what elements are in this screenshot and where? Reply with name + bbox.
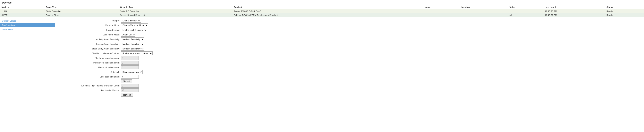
bootloader-label: Bootloader Version:	[58, 89, 121, 91]
electronic-transition-row: Electronic transition count:	[58, 56, 640, 60]
forced-entry-row: Forced Entry Alarm Sensitivity: Medium S…	[58, 47, 640, 51]
user-code-pin-input[interactable]	[121, 75, 139, 79]
vacation-mode-label: Vacation Mode:	[58, 24, 121, 26]
electrical-high-input	[121, 84, 139, 88]
electrical-high-label: Electrical High Preload Transition Count…	[58, 84, 121, 87]
table-row[interactable]: 1 *LBStatic ControllerStatic PC Controll…	[0, 9, 644, 13]
main-layout: Current ValuesConfigurationInformation B…	[0, 18, 644, 98]
cell-basic-type: Routing Slave	[44, 13, 118, 17]
cell-status: Ready	[605, 13, 644, 17]
col-last-heard: Last Heard	[543, 5, 605, 9]
cell-name	[423, 13, 459, 17]
sidebar-item-configuration[interactable]: Configuration	[0, 23, 55, 27]
lock-leave-label: Lock & Leave:	[58, 29, 121, 31]
col-name: Name	[423, 5, 459, 9]
forced-entry-label: Forced Entry Alarm Sensitivity:	[58, 48, 121, 50]
electronic-failed-row: Electronic failed count:	[58, 66, 640, 69]
lock-alarm-label: Lock Alarm Mode:	[58, 33, 121, 36]
table-header-row: Node Id Basic Type Generic Type Product …	[0, 5, 644, 9]
user-code-pin-row: User code pin length:	[58, 75, 640, 79]
cell-last-heard: 11:45:28 PM	[543, 9, 605, 13]
col-product: Product	[232, 5, 423, 9]
cell-generic-type: Static PC Controller	[118, 9, 232, 13]
col-value: Value	[508, 5, 543, 9]
beeper-select[interactable]: Enable BeeperDisable Beeper	[121, 19, 141, 23]
content-area: Beeper: Enable BeeperDisable Beeper Vaca…	[55, 18, 644, 98]
mechanical-transition-label: Mechanical transition count:	[58, 62, 121, 64]
vacation-mode-row: Vacation Mode: Disable Vacation ModeEnab…	[58, 23, 640, 27]
cell-location	[459, 9, 508, 13]
cell-basic-type: Static Controller	[44, 9, 118, 13]
electronic-failed-label: Electronic failed count:	[58, 66, 121, 68]
disable-local-select[interactable]: Enable local alarm controlsDisable local…	[121, 51, 152, 55]
electronic-failed-input	[121, 66, 139, 69]
sidebar: Current ValuesConfigurationInformation	[0, 18, 55, 98]
mechanical-transition-row: Mechanical transition count:	[58, 61, 640, 65]
beeper-row: Beeper: Enable BeeperDisable Beeper	[58, 19, 640, 23]
lock-leave-select[interactable]: Enable Lock & LeaveDisable Lock & Leave	[121, 28, 147, 32]
cell-product: Aeotec ZW090 Z-Stick Gen5	[232, 9, 423, 13]
cell-value: off	[508, 13, 543, 17]
col-location: Location	[459, 5, 508, 9]
lock-alarm-select[interactable]: Alarm OffAlarm On	[121, 33, 136, 37]
cell-node-id: 6 FBR	[0, 13, 44, 17]
mechanical-transition-input	[121, 61, 139, 65]
lock-alarm-row: Lock Alarm Mode: Alarm OffAlarm On	[58, 33, 640, 37]
submit-button[interactable]: Submit	[121, 79, 132, 83]
tamper-alarm-row: Tamper Alarm Sensitivity: Medium Sensiti…	[58, 42, 640, 46]
col-status: Status	[605, 5, 644, 9]
auto-lock-select[interactable]: Disable auto lockEnable auto lock	[121, 70, 143, 74]
lock-leave-row: Lock & Leave: Enable Lock & LeaveDisable…	[58, 28, 640, 32]
bootloader-row: Bootloader Version:	[58, 88, 640, 92]
cell-last-heard: 11:46:21 PM	[543, 13, 605, 17]
page-title: Devices	[0, 0, 644, 5]
electronic-transition-input	[121, 56, 139, 60]
col-generic-type: Generic Type	[118, 5, 232, 9]
col-node-id: Node Id	[0, 5, 44, 9]
activity-alarm-row: Activity Alarm Sensitivity: Medium Sensi…	[58, 37, 640, 41]
cell-node-id: 1 *LB	[0, 9, 44, 13]
cell-status: Ready	[605, 9, 644, 13]
cell-product: Schlage BE469NXCEN Touchscreen Deadbolt	[232, 13, 423, 17]
beeper-label: Beeper:	[58, 19, 121, 22]
cell-value	[508, 9, 543, 13]
vacation-mode-select[interactable]: Disable Vacation ModeEnable Vacation Mod…	[121, 23, 148, 27]
tamper-alarm-select[interactable]: Medium SensitivityLow SensitivityHigh Se…	[121, 42, 144, 46]
refresh-button[interactable]: Refresh	[121, 93, 133, 97]
refresh-row: Refresh	[58, 93, 640, 97]
cell-name	[423, 9, 459, 13]
activity-alarm-label: Activity Alarm Sensitivity:	[58, 38, 121, 41]
tamper-alarm-label: Tamper Alarm Sensitivity:	[58, 43, 121, 45]
cell-location	[459, 13, 508, 17]
cell-generic-type: Secure Keypad Door Lock	[118, 13, 232, 17]
disable-local-label: Disable Local Alarm Controls:	[58, 52, 121, 55]
auto-lock-label: Auto lock:	[58, 71, 121, 73]
table-row[interactable]: 6 FBRRouting SlaveSecure Keypad Door Loc…	[0, 13, 644, 17]
auto-lock-row: Auto lock: Disable auto lockEnable auto …	[58, 70, 640, 74]
sidebar-item-current-values[interactable]: Current Values	[0, 19, 55, 23]
sidebar-item-information[interactable]: Information	[0, 27, 55, 32]
forced-entry-select[interactable]: Medium SensitivityLow SensitivityHigh Se…	[121, 47, 144, 51]
electrical-high-row: Electrical High Preload Transition Count…	[58, 84, 640, 88]
disable-local-row: Disable Local Alarm Controls: Enable loc…	[58, 51, 640, 55]
user-code-pin-label: User code pin length:	[58, 75, 121, 78]
submit-row: Submit	[58, 79, 640, 83]
electronic-transition-label: Electronic transition count:	[58, 57, 121, 59]
devices-table: Node Id Basic Type Generic Type Product …	[0, 5, 644, 17]
col-basic-type: Basic Type	[44, 5, 118, 9]
activity-alarm-select[interactable]: Medium SensitivityLow SensitivityHigh Se…	[121, 37, 144, 41]
bootloader-input	[121, 88, 139, 92]
